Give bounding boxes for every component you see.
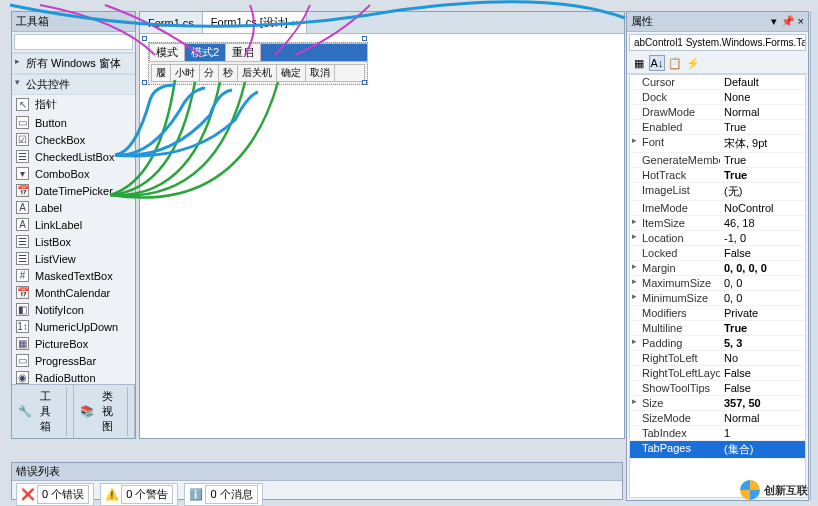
tabpage-1[interactable]: 模式 bbox=[149, 43, 185, 61]
property-row[interactable]: TabPages(集合) bbox=[630, 441, 805, 459]
property-row[interactable]: Padding5, 3 bbox=[630, 336, 805, 351]
tool-item[interactable]: ▾ComboBox bbox=[12, 165, 135, 182]
property-row[interactable]: ModifiersPrivate bbox=[630, 306, 805, 321]
property-value[interactable]: False bbox=[720, 381, 805, 395]
tabpage-3[interactable]: 重启 bbox=[225, 43, 261, 61]
tool-item[interactable]: ALinkLabel bbox=[12, 216, 135, 233]
tool-item[interactable]: #MaskedTextBox bbox=[12, 267, 135, 284]
property-value[interactable]: -1, 0 bbox=[720, 231, 805, 245]
file-tab-design[interactable]: Form1.cs [设计] × bbox=[203, 12, 307, 33]
property-row[interactable]: CursorDefault bbox=[630, 75, 805, 90]
warnings-filter[interactable]: ⚠️ 0 个警告 bbox=[100, 483, 178, 506]
tool-item[interactable]: ◉RadioButton bbox=[12, 369, 135, 384]
property-row[interactable]: GenerateMemberTrue bbox=[630, 153, 805, 168]
property-row[interactable]: ImageList(无) bbox=[630, 183, 805, 201]
file-tab-code[interactable]: Form1.cs bbox=[140, 12, 203, 33]
property-row[interactable]: SizeModeNormal bbox=[630, 411, 805, 426]
property-value[interactable]: Default bbox=[720, 75, 805, 89]
property-row[interactable]: ItemSize46, 18 bbox=[630, 216, 805, 231]
property-value[interactable]: 0, 0 bbox=[720, 291, 805, 305]
tool-item[interactable]: ☰ListBox bbox=[12, 233, 135, 250]
tool-item[interactable]: ☰ListView bbox=[12, 250, 135, 267]
property-row[interactable]: MinimumSize0, 0 bbox=[630, 291, 805, 306]
properties-object[interactable]: abControl1 System.Windows.Forms.TabContr… bbox=[629, 34, 806, 51]
tool-item[interactable]: ☰CheckedListBox bbox=[12, 148, 135, 165]
tool-item[interactable]: ☑CheckBox bbox=[12, 131, 135, 148]
property-value[interactable]: True bbox=[720, 153, 805, 167]
tool-item[interactable]: ◧NotifyIcon bbox=[12, 301, 135, 318]
design-button[interactable]: 履 bbox=[152, 65, 171, 81]
resize-handle[interactable] bbox=[362, 80, 367, 85]
property-row[interactable]: MaximumSize0, 0 bbox=[630, 276, 805, 291]
toolbox-tab-class[interactable]: 📚 类视图 bbox=[74, 385, 136, 438]
pin-icon[interactable]: 📌 bbox=[781, 15, 795, 27]
tool-item[interactable]: ↖指针 bbox=[12, 95, 135, 114]
resize-handle[interactable] bbox=[142, 80, 147, 85]
properties-title-bar[interactable]: 属性 ▾ 📌 × bbox=[627, 12, 808, 32]
property-row[interactable]: RightToLeftLayoutFalse bbox=[630, 366, 805, 381]
property-value[interactable]: False bbox=[720, 366, 805, 380]
right-dock-strip[interactable] bbox=[810, 11, 818, 500]
property-row[interactable]: EnabledTrue bbox=[630, 120, 805, 135]
properties-list[interactable]: CursorDefaultDockNoneDrawModeNormalEnabl… bbox=[629, 74, 806, 498]
property-row[interactable]: Margin0, 0, 0, 0 bbox=[630, 261, 805, 276]
property-row[interactable]: MultilineTrue bbox=[630, 321, 805, 336]
property-value[interactable]: True bbox=[720, 321, 805, 335]
alphabetical-icon[interactable]: A↓ bbox=[649, 55, 665, 71]
design-canvas[interactable]: 模式 模式2 重启 履小时分秒后关机确定取消 bbox=[140, 34, 624, 93]
property-value[interactable]: 5, 3 bbox=[720, 336, 805, 350]
messages-filter[interactable]: ℹ️ 0 个消息 bbox=[184, 483, 262, 506]
tool-item[interactable]: ▭Button bbox=[12, 114, 135, 131]
property-row[interactable]: Font宋体, 9pt bbox=[630, 135, 805, 153]
tool-item[interactable]: ALabel bbox=[12, 199, 135, 216]
property-value[interactable]: Normal bbox=[720, 105, 805, 119]
property-row[interactable]: DrawModeNormal bbox=[630, 105, 805, 120]
tool-item[interactable]: ▦PictureBox bbox=[12, 335, 135, 352]
property-row[interactable]: DockNone bbox=[630, 90, 805, 105]
design-button[interactable]: 小时 bbox=[171, 65, 200, 81]
tabcontrol-widget[interactable]: 模式 模式2 重启 履小时分秒后关机确定取消 bbox=[148, 42, 368, 85]
property-value[interactable]: 0, 0, 0, 0 bbox=[720, 261, 805, 275]
property-row[interactable]: TabIndex1 bbox=[630, 426, 805, 441]
property-row[interactable]: HotTrackTrue bbox=[630, 168, 805, 183]
toolbox-cat-windows[interactable]: 所有 Windows 窗体 bbox=[12, 53, 135, 74]
property-row[interactable]: Location-1, 0 bbox=[630, 231, 805, 246]
toolbox-cat-common[interactable]: 公共控件 bbox=[12, 74, 135, 95]
dropdown-icon[interactable]: ▾ bbox=[771, 15, 777, 27]
property-value[interactable]: False bbox=[720, 246, 805, 260]
resize-handle[interactable] bbox=[142, 36, 147, 41]
property-value[interactable]: True bbox=[720, 120, 805, 134]
property-value[interactable]: True bbox=[720, 168, 805, 182]
property-value[interactable]: 1 bbox=[720, 426, 805, 440]
property-row[interactable]: ShowToolTipsFalse bbox=[630, 381, 805, 396]
design-button[interactable]: 分 bbox=[200, 65, 219, 81]
close-icon[interactable]: × bbox=[798, 15, 804, 27]
design-button[interactable]: 取消 bbox=[306, 65, 335, 81]
design-button[interactable]: 确定 bbox=[277, 65, 306, 81]
property-row[interactable]: Size357, 50 bbox=[630, 396, 805, 411]
property-value[interactable]: Normal bbox=[720, 411, 805, 425]
property-value[interactable]: 0, 0 bbox=[720, 276, 805, 290]
property-value[interactable]: NoControl bbox=[720, 201, 805, 215]
design-button[interactable]: 秒 bbox=[219, 65, 238, 81]
property-value[interactable]: 46, 18 bbox=[720, 216, 805, 230]
property-value[interactable]: Private bbox=[720, 306, 805, 320]
tool-item[interactable]: ▭ProgressBar bbox=[12, 352, 135, 369]
property-value[interactable]: 357, 50 bbox=[720, 396, 805, 410]
tabpage-2[interactable]: 模式2 bbox=[184, 43, 226, 61]
properties-icon[interactable]: 📋 bbox=[667, 55, 683, 71]
toolbox-title-bar[interactable]: 工具箱 bbox=[12, 12, 135, 32]
property-value[interactable]: No bbox=[720, 351, 805, 365]
design-button[interactable]: 后关机 bbox=[238, 65, 277, 81]
toolbox-tab-tool[interactable]: 🔧 工具箱 bbox=[12, 385, 74, 438]
errors-filter[interactable]: ❌ 0 个错误 bbox=[16, 483, 94, 506]
property-row[interactable]: RightToLeftNo bbox=[630, 351, 805, 366]
property-value[interactable]: (无) bbox=[720, 183, 805, 200]
property-value[interactable]: 宋体, 9pt bbox=[720, 135, 805, 152]
resize-handle[interactable] bbox=[362, 36, 367, 41]
categorized-icon[interactable]: ▦ bbox=[631, 55, 647, 71]
tool-item[interactable]: 📅DateTimePicker bbox=[12, 182, 135, 199]
tool-item[interactable]: 1↕NumericUpDown bbox=[12, 318, 135, 335]
tool-item[interactable]: 📅MonthCalendar bbox=[12, 284, 135, 301]
property-value[interactable]: (集合) bbox=[720, 441, 805, 458]
